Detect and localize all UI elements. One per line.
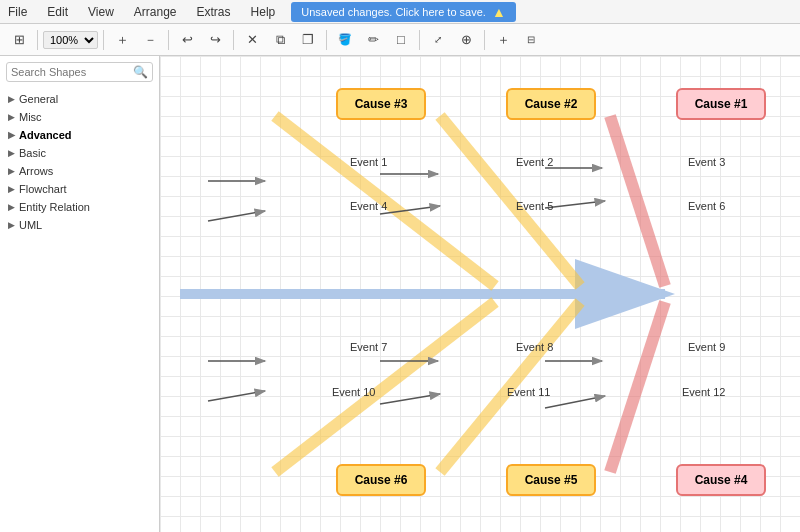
unsaved-text: Unsaved changes. Click here to save. [301,6,486,18]
event-12-label: Event 12 [682,386,725,398]
sidebar-item-flowchart[interactable]: ▶ Flowchart [6,180,153,198]
sidebar: 🔍 ▶ General ▶ Misc ▶ Advanced ▶ Basic ▶ … [0,56,160,532]
separator-2 [103,30,104,50]
cause-2-box[interactable]: Cause #2 [506,88,596,120]
undo-button[interactable]: ↩ [174,28,200,52]
event-10-label: Event 10 [332,386,375,398]
cause-4-box[interactable]: Cause #4 [676,464,766,496]
menu-file[interactable]: File [4,3,31,21]
unsaved-changes-banner[interactable]: Unsaved changes. Click here to save. ▲ [291,2,516,22]
event-7-label: Event 7 [350,341,387,353]
chevron-right-icon: ▶ [8,202,15,212]
save-arrow-icon: ▲ [492,4,506,20]
cause-1-box[interactable]: Cause #1 [676,88,766,120]
copy-button[interactable]: ❐ [295,28,321,52]
menu-extras[interactable]: Extras [193,3,235,21]
chevron-right-icon: ▶ [8,112,15,122]
zoom-in-button[interactable]: ＋ [109,28,135,52]
sidebar-label-entity-relation: Entity Relation [19,201,90,213]
search-input[interactable] [11,66,133,78]
menu-help[interactable]: Help [247,3,280,21]
separator-6 [419,30,420,50]
fill-color-button[interactable]: 🪣 [332,28,358,52]
chevron-right-icon: ▶ [8,130,15,140]
cause-5-box[interactable]: Cause #5 [506,464,596,496]
event-9-label: Event 9 [688,341,725,353]
cause-2-label: Cause #2 [525,97,578,111]
main-area: 🔍 ▶ General ▶ Misc ▶ Advanced ▶ Basic ▶ … [0,56,800,532]
chevron-right-icon: ▶ [8,148,15,158]
diagram-canvas[interactable]: Cause #3 Cause #2 Cause #1 Cause #6 Caus… [160,56,800,532]
svg-line-10 [610,302,665,472]
cause-1-label: Cause #1 [695,97,748,111]
event-1-label: Event 1 [350,156,387,168]
separator-3 [168,30,169,50]
svg-line-18 [208,391,265,401]
sidebar-label-arrows: Arrows [19,165,53,177]
cause-3-label: Cause #3 [355,97,408,111]
toolbar: ⊞ 100%50%75%150%200% ＋ － ↩ ↪ ✕ ⧉ ❐ 🪣 ✏ □… [0,24,800,56]
svg-line-16 [545,201,605,208]
chevron-right-icon: ▶ [8,94,15,104]
sidebar-item-arrows[interactable]: ▶ Arrows [6,162,153,180]
page-button[interactable]: ⊞ [6,28,32,52]
cause-4-label: Cause #4 [695,473,748,487]
event-8-label: Event 8 [516,341,553,353]
duplicate-button[interactable]: ⧉ [267,28,293,52]
cause-3-box[interactable]: Cause #3 [336,88,426,120]
table-button[interactable]: ⊟ [518,28,544,52]
sidebar-label-general: General [19,93,58,105]
sidebar-label-misc: Misc [19,111,42,123]
zoom-out-button[interactable]: － [137,28,163,52]
search-box[interactable]: 🔍 [6,62,153,82]
search-icon: 🔍 [133,65,148,79]
sidebar-item-advanced[interactable]: ▶ Advanced [6,126,153,144]
cause-5-label: Cause #5 [525,473,578,487]
redo-button[interactable]: ↪ [202,28,228,52]
event-2-label: Event 2 [516,156,553,168]
event-5-label: Event 5 [516,200,553,212]
chevron-right-icon: ▶ [8,166,15,176]
sidebar-label-basic: Basic [19,147,46,159]
sidebar-item-general[interactable]: ▶ General [6,90,153,108]
event-3-label: Event 3 [688,156,725,168]
zoom-select[interactable]: 100%50%75%150%200% [43,31,98,49]
sidebar-label-advanced: Advanced [19,129,72,141]
menu-view[interactable]: View [84,3,118,21]
add-button[interactable]: ＋ [490,28,516,52]
separator-4 [233,30,234,50]
separator-7 [484,30,485,50]
sidebar-item-uml[interactable]: ▶ UML [6,216,153,234]
event-11-label: Event 11 [507,386,550,398]
sidebar-item-misc[interactable]: ▶ Misc [6,108,153,126]
menu-arrange[interactable]: Arrange [130,3,181,21]
event-6-label: Event 6 [688,200,725,212]
cause-6-label: Cause #6 [355,473,408,487]
menu-bar: File Edit View Arrange Extras Help Unsav… [0,0,800,24]
svg-line-9 [610,116,665,286]
chevron-right-icon: ▶ [8,220,15,230]
svg-line-12 [208,211,265,221]
event-4-label: Event 4 [350,200,387,212]
sidebar-item-basic[interactable]: ▶ Basic [6,144,153,162]
diagram-svg [160,56,800,532]
chevron-right-icon: ▶ [8,184,15,194]
separator-1 [37,30,38,50]
sidebar-item-entity-relation[interactable]: ▶ Entity Relation [6,198,153,216]
svg-line-20 [380,394,440,404]
shape-button[interactable]: □ [388,28,414,52]
cause-6-box[interactable]: Cause #6 [336,464,426,496]
svg-line-22 [545,396,605,408]
connect-button[interactable]: ⊕ [453,28,479,52]
separator-5 [326,30,327,50]
waypoint-button[interactable]: ⤢ [425,28,451,52]
sidebar-label-flowchart: Flowchart [19,183,67,195]
line-color-button[interactable]: ✏ [360,28,386,52]
delete-button[interactable]: ✕ [239,28,265,52]
menu-edit[interactable]: Edit [43,3,72,21]
sidebar-label-uml: UML [19,219,42,231]
